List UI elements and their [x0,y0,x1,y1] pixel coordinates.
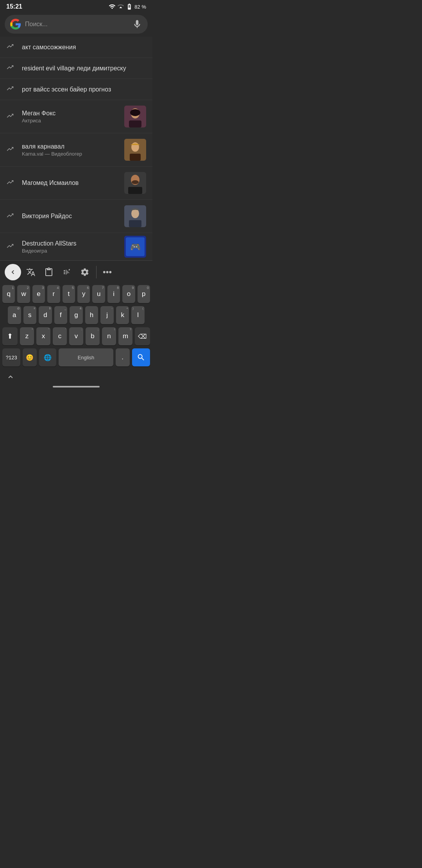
key-t[interactable]: 5t [63,285,75,303]
clipboard-button[interactable] [41,264,57,280]
translate-button[interactable] [23,264,39,280]
result-thumb-4 [124,106,146,127]
key-n[interactable]: !n [102,327,116,345]
search-key[interactable] [132,348,150,366]
key-o[interactable]: 9o [122,285,135,303]
keyboard-row-2: @a #s $d _f &g h -j +k (l) [0,305,152,326]
result-item-5[interactable]: валя карнавал Karna.val — Видеоблогер [0,133,152,167]
svg-rect-2 [129,120,141,127]
search-input[interactable]: Поиск... [25,21,128,28]
search-bar[interactable]: Поиск... [5,15,148,34]
numbers-key[interactable]: ?123 [2,348,20,366]
result-text-5: валя карнавал Karna.val — Видеоблогер [22,143,118,157]
key-j[interactable]: -j [100,306,114,324]
key-i[interactable]: 8i [107,285,120,303]
result-item-2[interactable]: resident evil village леди димитреску [0,58,152,79]
key-l[interactable]: (l) [131,306,145,324]
trend-icon-6 [6,178,16,188]
svg-point-12 [131,209,139,218]
signal-icon [117,3,124,10]
result-text-2: resident evil village леди димитреску [22,65,146,72]
svg-rect-6 [130,154,141,161]
trend-icon-3 [6,84,16,94]
svg-rect-9 [128,187,142,194]
keyboard: 1q 2w 3e 4r 5t 6y 7u 8i 9o 0p @a #s $d _… [0,283,152,369]
svg-point-10 [132,180,139,184]
emoji-key[interactable]: 😊 [23,348,37,366]
google-logo [10,19,21,30]
key-s[interactable]: #s [23,306,37,324]
toolbar-divider [96,266,97,278]
more-button[interactable]: ••• [100,264,115,280]
key-e[interactable]: 3e [32,285,45,303]
key-r[interactable]: 4r [47,285,60,303]
svg-point-3 [130,109,140,116]
delete-key[interactable]: ⌫ [135,327,150,345]
result-text-3: рот вайсс эссен байер прогноз [22,86,146,93]
key-f[interactable]: _f [54,306,68,324]
key-v[interactable]: :v [69,327,83,345]
result-item-1[interactable]: акт самосожжения [0,37,152,58]
key-d[interactable]: $d [39,306,52,324]
result-item-8[interactable]: Destruction AllStars Видеоигра 🎮 [0,233,152,260]
keyboard-toolbar: ••• [0,260,152,283]
key-a[interactable]: @a [8,306,21,324]
key-b[interactable]: ;b [86,327,100,345]
trend-icon-2 [6,63,16,73]
settings-button[interactable] [77,264,93,280]
key-w[interactable]: 2w [17,285,30,303]
key-h[interactable]: h [85,306,98,324]
cursor-button[interactable] [59,264,75,280]
result-text-7: Виктория Райдос [22,213,118,220]
key-q[interactable]: 1q [2,285,15,303]
trend-icon-4 [6,112,16,122]
result-thumb-7 [124,205,146,227]
result-item-7[interactable]: Виктория Райдос [0,200,152,233]
key-z[interactable]: *z [20,327,34,345]
globe-key[interactable]: 🌐 [39,348,56,366]
trend-icon-5 [6,145,16,155]
bottom-bar [0,369,152,384]
svg-text:🎮: 🎮 [130,242,141,252]
result-thumb-8: 🎮 [124,236,146,258]
key-x[interactable]: "x [36,327,50,345]
trend-icon-8 [6,242,16,252]
result-text-8: Destruction AllStars Видеоигра [22,240,118,254]
key-u[interactable]: 7u [92,285,105,303]
key-g[interactable]: &g [70,306,83,324]
result-item-4[interactable]: Меган Фокс Актриса [0,100,152,133]
collapse-keyboard-button[interactable] [0,371,21,383]
result-text-4: Меган Фокс Актриса [22,110,118,124]
status-time: 15:21 [6,3,22,10]
status-bar: 15:21 82 % [0,0,152,12]
result-text-1: акт самосожжения [22,44,146,51]
shift-key[interactable]: ⬆ [2,327,18,345]
wifi-icon [109,3,116,10]
status-icons: 82 % [109,3,146,10]
trend-icon-1 [6,42,16,52]
battery-percentage: 82 % [134,4,146,10]
keyboard-row-3: ⬆ *z "x 'c :v ;b !n ?m ⌫ [0,326,152,347]
keyboard-row-4: ?123 😊 🌐 English . [0,347,152,369]
back-button[interactable] [5,264,21,280]
key-c[interactable]: 'c [53,327,67,345]
mic-icon[interactable] [132,19,142,29]
key-k[interactable]: +k [116,306,129,324]
result-thumb-5 [124,139,146,161]
result-item-3[interactable]: рот вайсс эссен байер прогноз [0,79,152,100]
period-key[interactable]: . [116,348,130,366]
results-container: акт самосожжения resident evil village л… [0,37,152,260]
keyboard-row-1: 1q 2w 3e 4r 5t 6y 7u 8i 9o 0p [0,283,152,305]
trend-icon-7 [6,212,16,221]
svg-rect-13 [129,220,141,227]
home-indicator [53,386,100,387]
result-text-6: Магомед Исмаилов [22,179,118,187]
key-y[interactable]: 6y [77,285,90,303]
result-thumb-6 [124,172,146,194]
key-p[interactable]: 0p [138,285,150,303]
battery-icon [126,3,133,10]
result-item-6[interactable]: Магомед Исмаилов [0,167,152,200]
key-m[interactable]: ?m [118,327,132,345]
space-key[interactable]: English [59,348,113,366]
